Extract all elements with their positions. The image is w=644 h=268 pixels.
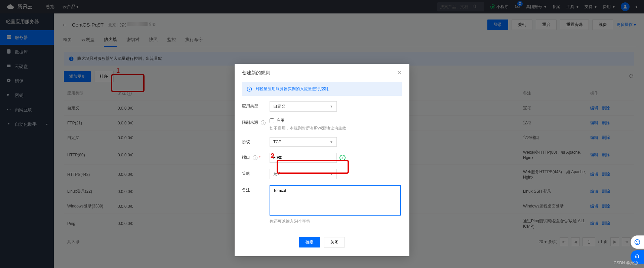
enable-limit-checkbox[interactable]: 启用 <box>270 118 402 123</box>
limit-source-hint: 如不启用，本规则对所有IPv4源地址均生效 <box>270 125 402 131</box>
label-app-type: 应用类型 <box>242 101 266 109</box>
valid-check-icon <box>339 155 346 161</box>
info-icon[interactable]: i <box>261 120 266 125</box>
close-button[interactable]: 关闭 <box>324 237 345 247</box>
remark-textarea[interactable] <box>270 185 401 216</box>
modal-info-bar: 对轻量应用服务器实例的入流量进行控制。 <box>242 82 402 96</box>
watermark: CSDN @乘凉~ <box>613 260 641 266</box>
chevron-down-icon: ▼ <box>330 172 333 176</box>
svg-point-20 <box>635 240 640 245</box>
label-limit-source: 限制来源i <box>242 118 266 125</box>
port-input[interactable] <box>270 153 337 163</box>
app-type-select[interactable]: 自定义 ▼ <box>270 101 337 112</box>
info-icon[interactable]: i <box>253 155 257 160</box>
svg-point-21 <box>636 241 637 242</box>
svg-rect-18 <box>249 88 249 90</box>
info-icon <box>247 86 252 92</box>
protocol-select[interactable]: TCP ▼ <box>270 137 337 147</box>
modal-title: 创建新的规则 <box>242 70 270 76</box>
modal-body: 应用类型 自定义 ▼ 限制来源i 启用 如不启用，本规则对所有IPv4源地址均生… <box>235 101 409 237</box>
floating-help-icons <box>631 235 644 264</box>
svg-point-22 <box>638 241 639 242</box>
annotation-label-2: 2 <box>271 152 274 160</box>
chevron-down-icon: ▼ <box>330 105 333 108</box>
label-port: 端口i* <box>242 153 266 160</box>
svg-point-19 <box>249 87 250 88</box>
modal-overlay[interactable]: 创建新的规则 ✕ 对轻量应用服务器实例的入流量进行控制。 应用类型 自定义 ▼ … <box>0 0 644 268</box>
label-protocol: 协议 <box>242 137 266 145</box>
chevron-down-icon: ▼ <box>330 140 333 144</box>
create-rule-modal: 创建新的规则 ✕ 对轻量应用服务器实例的入流量进行控制。 应用类型 自定义 ▼ … <box>235 64 409 256</box>
feedback-icon[interactable] <box>631 235 644 249</box>
label-policy: 策略 <box>242 169 266 177</box>
policy-select[interactable]: 允许 ▼ <box>270 169 337 179</box>
modal-close-button[interactable]: ✕ <box>397 69 402 77</box>
modal-footer: 确定 关闭 <box>235 237 409 256</box>
confirm-button[interactable]: 确定 <box>299 237 320 247</box>
modal-header: 创建新的规则 ✕ <box>235 64 409 82</box>
label-remark: 备注 <box>242 185 266 193</box>
remark-hint: 你还可以输入54个字符 <box>270 219 402 224</box>
